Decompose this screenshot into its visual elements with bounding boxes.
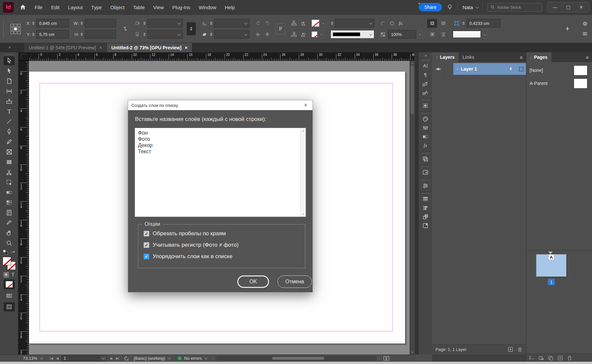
note-tool[interactable] [4, 208, 15, 217]
master-row-1[interactable]: [None] [526, 64, 592, 76]
indesign-logo[interactable]: Id [3, 2, 14, 13]
formatting-affects-container-icon[interactable] [4, 272, 9, 277]
flip-vertical-icon[interactable] [263, 30, 271, 38]
rotate-cw-icon[interactable] [254, 19, 262, 27]
rotation-combo[interactable] [214, 19, 249, 27]
eyedropper-tool[interactable] [4, 218, 15, 227]
spread-view-button[interactable] [383, 356, 389, 361]
shear-stepper[interactable] [210, 33, 213, 36]
selected-layer[interactable]: › Layer 1 [453, 63, 526, 75]
tab-layers[interactable]: ↕ Layers [432, 52, 459, 62]
wrap-bounding-box-icon[interactable] [438, 19, 448, 27]
opacity-field[interactable]: 100% [388, 30, 416, 39]
wrap-object-shape-icon[interactable] [427, 30, 437, 38]
properties-panel-icon[interactable] [421, 181, 431, 190]
menu-file[interactable]: File [35, 5, 42, 10]
menu-view[interactable]: View [153, 5, 164, 10]
last-page-button[interactable]: ▶| [116, 356, 119, 360]
maximize-button[interactable]: ▢ [562, 3, 574, 11]
page-number-badge[interactable]: 1 [548, 279, 555, 285]
paragraph-formatting-panel-icon[interactable]: ¶ [421, 70, 431, 79]
frame-fitting-icon[interactable] [453, 19, 461, 27]
ruler-origin-corner[interactable] [18, 52, 29, 61]
cancel-button[interactable]: Отмена [278, 275, 312, 288]
menu-object[interactable]: Object [110, 5, 125, 10]
layer-names-textarea[interactable]: ФонФотоДекорТекст ∧ ∨ [135, 128, 306, 217]
scale-x-stepper[interactable] [143, 22, 146, 25]
stroke-weight-combo[interactable] [335, 19, 374, 27]
transparency-grid-icon[interactable] [379, 30, 387, 38]
scrollbar-thumb[interactable] [411, 65, 414, 114]
select-container-icon[interactable] [290, 19, 298, 27]
edit-page-size-icon[interactable] [538, 355, 544, 361]
fill-swatch-none[interactable] [3, 257, 11, 265]
zoom-tool[interactable] [4, 239, 15, 248]
stock-search-input[interactable] [497, 5, 533, 10]
character-styles-panel-icon[interactable]: A [421, 88, 431, 97]
screen-mode-button[interactable] [4, 302, 15, 311]
canvas-vertical-scrollbar[interactable]: ∧ ∨ [410, 61, 414, 355]
pathfinder-panel-icon[interactable] [421, 155, 431, 163]
preflight-profile-control[interactable]: [Basic] (working) [134, 356, 170, 361]
rotation-stepper[interactable] [210, 22, 213, 25]
hand-tool[interactable] [4, 228, 15, 238]
y-stepper[interactable] [32, 33, 35, 36]
selection-tool[interactable] [4, 56, 15, 65]
tools-panel-grip[interactable] [5, 54, 13, 55]
x-position-field[interactable]: 0,845 cm [36, 19, 69, 27]
character-formatting-panel-icon[interactable]: A [421, 61, 431, 70]
shear-combo[interactable] [214, 30, 249, 39]
type-tool[interactable]: T [4, 107, 15, 116]
w-stepper[interactable] [80, 22, 83, 25]
stroke-color-none-swatch[interactable] [312, 31, 317, 37]
layer-name[interactable]: Layer 1 [461, 66, 477, 72]
apply-none-button[interactable] [4, 279, 15, 289]
gradient-swatch-tool[interactable] [4, 188, 15, 197]
pages-panel-icon[interactable] [421, 221, 431, 230]
swatch-flyout-arrow[interactable] [482, 30, 487, 38]
new-page-icon[interactable] [557, 355, 563, 361]
expand-left-dock-chevrons[interactable]: » [0, 45, 18, 52]
h-stepper[interactable] [80, 33, 83, 36]
constrain-dimensions-broken-chain-icon[interactable] [121, 25, 129, 33]
stroke-flyout-arrow[interactable]: › [319, 30, 324, 38]
layer-row[interactable]: › Layer 1 [432, 63, 526, 75]
effects-panel-icon[interactable]: fx [421, 141, 431, 150]
select-content-icon[interactable] [290, 30, 298, 38]
scroll-down-arrow[interactable]: ∨ [300, 212, 306, 216]
paragraph-styles-panel-icon[interactable]: ¶ [421, 79, 431, 88]
pencil-tool[interactable] [4, 137, 15, 146]
menu-type[interactable]: Type [91, 5, 102, 10]
swap-fill-stroke-icon[interactable] [11, 250, 15, 255]
gradient-feather-tool[interactable] [4, 198, 15, 207]
select-next-icon[interactable] [299, 30, 307, 38]
formatting-affects-text-icon[interactable]: T [11, 272, 14, 277]
scissors-tool[interactable] [4, 168, 15, 177]
pen-tool[interactable] [4, 127, 15, 136]
apply-gradient-button[interactable] [4, 291, 15, 300]
fill-color-none-swatch[interactable] [312, 20, 319, 27]
menu-layout[interactable]: Layout [68, 5, 83, 10]
free-transform-tool[interactable] [4, 178, 15, 187]
tab-close-icon[interactable]: × [99, 45, 102, 50]
link-scale-chain-icon[interactable] [187, 22, 196, 35]
swatch-preview[interactable] [453, 31, 481, 38]
master-page-swatch[interactable] [574, 78, 587, 89]
next-page-button[interactable]: ▶ [110, 356, 113, 360]
effects-fx-icon[interactable]: fx. [397, 19, 405, 27]
rotate-ccw-icon[interactable] [263, 19, 271, 27]
scroll-down-arrow[interactable]: ∨ [410, 351, 415, 354]
corner-options-icon[interactable] [379, 19, 387, 27]
menu-window[interactable]: Window [199, 5, 216, 10]
lightbulb-icon[interactable] [447, 4, 453, 10]
tab-close-icon[interactable]: × [185, 45, 187, 50]
adobe-stock-search[interactable] [487, 3, 542, 12]
grip-handle[interactable] [3, 20, 5, 38]
canvas-horizontal-scrollbar[interactable] [216, 356, 376, 360]
expand-layer-chevron[interactable]: › [457, 67, 458, 71]
document-tab-1[interactable]: Untitled-1 @ 54% [GPU Preview]× [24, 43, 107, 52]
new-layer-icon[interactable] [508, 347, 513, 352]
menu-help[interactable]: Help [225, 5, 235, 10]
height-field[interactable] [85, 30, 116, 39]
reference-point-grid[interactable] [10, 24, 21, 34]
